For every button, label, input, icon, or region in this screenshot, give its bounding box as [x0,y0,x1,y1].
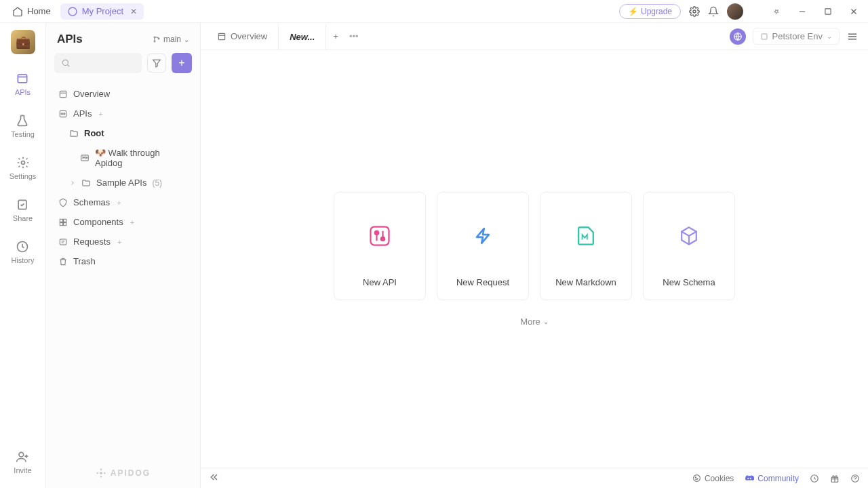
window-close-icon[interactable] [849,7,859,16]
add-hint-icon[interactable]: + [117,199,121,207]
svg-point-15 [154,37,155,38]
schema-icon [677,224,701,248]
search-input[interactable] [54,53,142,73]
minimize-icon[interactable] [797,7,807,16]
gift-icon [830,474,840,483]
tree-label: Schemas [73,197,110,207]
tree-apis[interactable]: APIs + [52,104,195,123]
tab-project[interactable]: My Project ✕ [60,3,144,20]
tab-more[interactable]: ••• [345,23,363,49]
env-icon [760,33,768,41]
treebar-header: APIs main ⌄ [46,23,200,53]
markdown-icon [80,153,90,163]
gear-icon[interactable] [689,6,700,17]
svg-rect-28 [64,219,66,222]
folder-icon [81,178,91,188]
svg-rect-21 [60,91,66,97]
sidebar-item-label: Share [13,214,33,222]
tab-add[interactable]: + [326,23,345,49]
tab-new[interactable]: New... [278,23,326,49]
tree-trash[interactable]: Trash [52,251,195,271]
tree-requests[interactable]: Requests + [52,232,195,251]
tree-root[interactable]: Root [52,123,195,143]
brand-footer: APIDOG [46,458,200,488]
branch-label: main [163,35,181,44]
add-hint-icon[interactable]: + [117,238,121,246]
tree-schemas[interactable]: Schemas + [52,192,195,212]
filter-button[interactable] [147,54,166,73]
svg-rect-3 [825,8,831,14]
sync-button[interactable] [810,474,819,483]
plus-icon: + [178,57,184,69]
svg-point-38 [96,472,98,474]
trash-icon [58,257,68,266]
tree-label: Trash [73,256,96,266]
close-icon[interactable]: ✕ [130,7,137,16]
avatar[interactable] [727,3,743,20]
sidebar-item-history[interactable]: History [8,237,37,267]
sidebar-item-invite[interactable]: Invite [11,447,34,477]
panel-menu-icon[interactable] [846,30,859,43]
tree-overview[interactable]: Overview [52,84,195,104]
pin-icon[interactable] [772,7,781,16]
tree-components[interactable]: Components + [52,212,195,232]
feedback-button[interactable] [830,474,840,483]
bell-icon[interactable] [708,6,719,17]
svg-marker-20 [153,60,161,67]
tree-label: Root [84,128,104,138]
overview-tab-icon [217,32,226,41]
svg-rect-6 [18,75,27,83]
help-icon [850,474,860,483]
card-new-schema[interactable]: New Schema [643,192,735,300]
requests-icon [58,237,68,247]
sidebar-item-apis[interactable]: APIs [12,69,33,99]
tab-overview[interactable]: Overview [206,23,278,49]
card-new-markdown[interactable]: New Markdown [540,192,632,300]
sidebar-item-share[interactable]: Share [10,195,35,225]
statusbar: Cookies Community [201,468,868,488]
branch-selector[interactable]: main ⌄ [153,35,189,44]
add-hint-icon[interactable]: + [98,110,102,118]
tree-walkthrough[interactable]: 🐶 Walk through Apidog [52,143,195,173]
card-new-api[interactable]: New API [334,192,426,300]
request-icon [471,224,495,248]
tab-home[interactable]: Home [5,3,58,20]
tab-project-label: My Project [82,6,123,16]
chevron-right-icon[interactable] [69,178,76,188]
app-logo[interactable]: 💼 [11,30,35,54]
svg-rect-42 [762,34,767,39]
env-badge[interactable] [730,28,746,45]
more-link[interactable]: More ⌄ [520,317,549,327]
iconbar: 💼 APIs Testing Settings Share History In… [0,23,46,488]
treebar: APIs main ⌄ + Overview [46,23,201,488]
help-button[interactable] [850,474,860,483]
add-hint-icon[interactable]: + [130,218,134,226]
svg-point-37 [100,476,102,478]
sidebar-item-label: History [11,256,34,264]
main: 💼 APIs Testing Settings Share History In… [0,23,868,488]
branch-icon [153,35,161,43]
env-selector[interactable]: Petstore Env ⌄ [753,28,840,45]
card-new-request[interactable]: New Request [437,192,529,300]
add-button[interactable]: + [172,53,192,73]
maximize-icon[interactable] [823,7,833,16]
sidebar-item-settings[interactable]: Settings [7,153,39,183]
svg-line-19 [67,64,69,66]
tree-sample-apis[interactable]: Sample APIs (5) [52,173,195,192]
sidebar-item-testing[interactable]: Testing [8,111,37,141]
chevron-down-icon: ⌄ [543,318,549,325]
api-icon [368,224,392,248]
folder-icon [69,129,79,138]
svg-point-9 [21,161,24,165]
cookies-button[interactable]: Cookies [692,474,734,483]
upgrade-button[interactable]: ⚡ Upgrade [619,4,681,19]
titlebar-right: ⚡ Upgrade [619,3,863,20]
env-label: Petstore Env [772,31,823,41]
collapse-button[interactable] [209,472,220,485]
tree-label: APIs [73,108,92,119]
cards-row: New API New Request New Markdown [334,192,735,300]
tree-label: Requests [73,237,111,247]
svg-point-50 [695,477,696,478]
svg-point-16 [154,41,155,42]
community-button[interactable]: Community [745,474,799,483]
